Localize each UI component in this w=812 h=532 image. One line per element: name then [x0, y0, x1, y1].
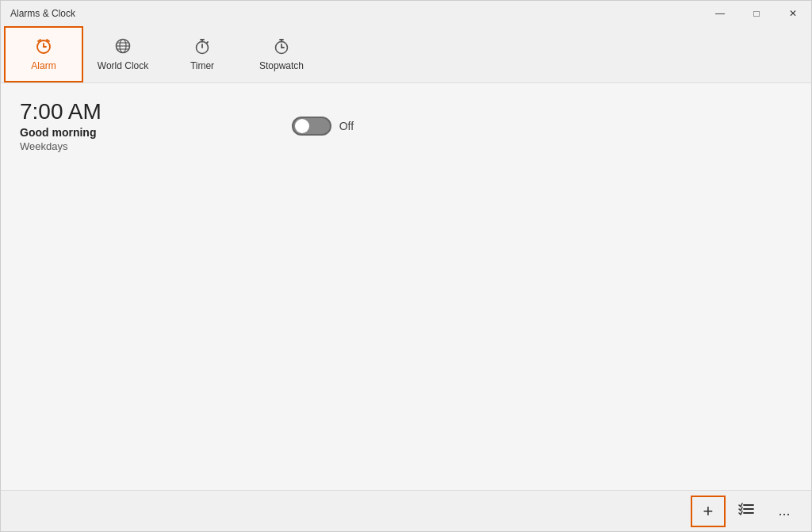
toggle-container: Off [292, 117, 354, 136]
alarm-days: Weekdays [20, 140, 102, 152]
app-window: Alarms & Clock — □ ✕ Alarm [0, 0, 812, 532]
app-title: Alarms & Clock [10, 8, 75, 19]
select-alarms-button[interactable] [729, 496, 764, 527]
add-alarm-button[interactable]: + [691, 496, 726, 527]
tab-timer-label: Timer [190, 60, 214, 71]
stopwatch-icon [273, 37, 290, 57]
alarm-info: 7:00 AM Good morning Weekdays [20, 99, 102, 152]
world-clock-icon [114, 37, 132, 57]
tab-stopwatch[interactable]: Stopwatch [242, 26, 321, 82]
toggle-state-label: Off [339, 120, 354, 132]
timer-icon [193, 37, 211, 57]
close-button[interactable]: ✕ [775, 1, 811, 26]
more-options-button[interactable]: ... [767, 496, 802, 527]
toggle-knob [295, 119, 309, 133]
svg-line-14 [207, 42, 209, 44]
minimize-button[interactable]: — [702, 1, 738, 26]
alarm-name: Good morning [20, 126, 102, 139]
main-content: 7:00 AM Good morning Weekdays Off [1, 83, 811, 490]
alarm-icon [35, 37, 52, 57]
tab-stopwatch-label: Stopwatch [259, 60, 304, 71]
alarm-item: 7:00 AM Good morning Weekdays Off [20, 99, 792, 152]
tab-world-clock[interactable]: World Clock [83, 26, 163, 82]
tab-timer[interactable]: Timer [163, 26, 242, 82]
alarm-time: 7:00 AM [20, 99, 102, 124]
maximize-button[interactable]: □ [738, 1, 775, 26]
title-bar: Alarms & Clock — □ ✕ [1, 1, 811, 26]
nav-tabs: Alarm World Clock [1, 26, 811, 83]
tab-alarm-label: Alarm [31, 60, 56, 71]
alarm-toggle[interactable] [292, 117, 331, 136]
window-controls: — □ ✕ [702, 1, 811, 26]
add-icon: + [703, 501, 714, 522]
bottom-bar: + ... [1, 490, 811, 531]
more-icon: ... [778, 503, 790, 519]
tab-alarm[interactable]: Alarm [4, 26, 83, 82]
checklist-icon [738, 502, 754, 520]
tab-world-clock-label: World Clock [98, 60, 148, 71]
